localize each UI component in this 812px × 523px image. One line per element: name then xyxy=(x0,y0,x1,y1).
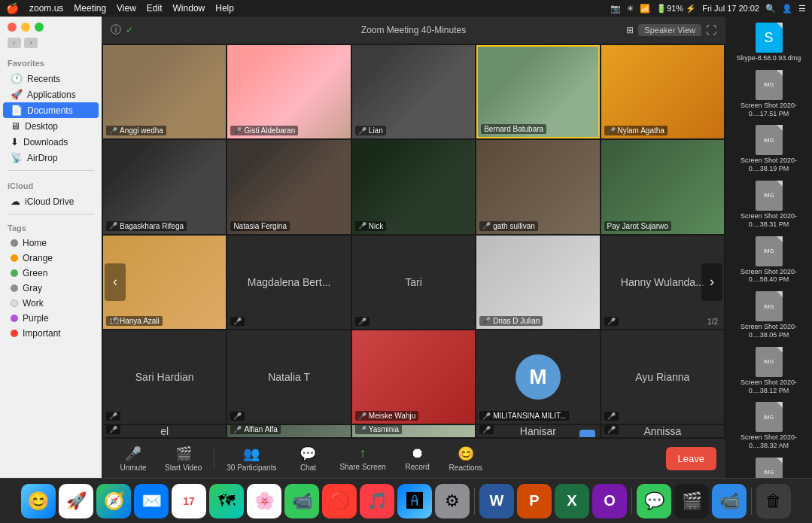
maximize-button[interactable] xyxy=(35,23,44,32)
chat-button[interactable]: 💬 Chat xyxy=(285,442,330,475)
participant-cell-lian: 🎤 Lian xyxy=(352,45,475,138)
dock-appstore[interactable]: 🅰 xyxy=(397,484,432,518)
participant-cell-hanisar: Hanisar ... 🎤 xyxy=(476,425,599,437)
menu-view[interactable]: View xyxy=(117,3,136,14)
sidebar-tag-work[interactable]: Work xyxy=(3,296,99,311)
dock-word[interactable]: W xyxy=(479,484,514,518)
tag-orange-dot xyxy=(11,254,18,262)
desktop-file-ss6[interactable]: IMG Screen Shot 2020-0....38.12 PM xyxy=(727,344,810,398)
participant-cell-ayu: Ayu Rianna 🎤 xyxy=(601,330,724,424)
desktop-file-ss8[interactable]: IMG Screen Shot 2020-0....64.12 AM xyxy=(727,455,810,478)
ss1-icon: IMG xyxy=(756,70,783,100)
sidebar-tag-green[interactable]: Green xyxy=(3,266,99,281)
calendar-icon: 17 xyxy=(183,495,195,507)
sidebar-item-recents[interactable]: 🕐 Recents xyxy=(3,71,99,87)
unmute-button[interactable]: 🎤 Unmute xyxy=(111,442,156,475)
finder-icon: 😊 xyxy=(27,491,50,512)
page-nav-right[interactable]: › xyxy=(701,263,722,301)
dock-excel[interactable]: X xyxy=(555,484,589,518)
desktop-file-ss7[interactable]: IMG Screen Shot 2020-0....38.32 AM xyxy=(727,399,810,453)
music-icon: 🎵 xyxy=(367,491,388,511)
participant-cell-pay: Pay Jarot Sujarwo xyxy=(601,140,724,233)
dock-separator-3 xyxy=(751,488,752,515)
reactions-button[interactable]: 😊 Reactions xyxy=(443,442,488,475)
desktop-file-ss4[interactable]: IMG Screen Shot 2020-0....58.40 PM xyxy=(727,233,810,287)
dock-photos[interactable]: 🌸 xyxy=(247,484,281,518)
desktop-file-skype[interactable]: S Skype-8.58.0.93.dmg xyxy=(727,20,810,65)
dock-facetime[interactable]: 📹 xyxy=(284,484,319,518)
menubar-search-icon[interactable]: 🔍 xyxy=(765,4,776,14)
desktop-file-ss2[interactable]: IMG Screen Shot 2020-0....38.19 PM xyxy=(727,122,810,176)
sidebar-tag-important[interactable]: Important xyxy=(3,326,99,341)
dock-launchpad[interactable]: 🚀 xyxy=(59,484,93,518)
menu-window[interactable]: Window xyxy=(173,3,205,14)
dock-mail[interactable]: ✉️ xyxy=(134,484,169,518)
dock-trash[interactable]: 🗑 xyxy=(756,484,791,518)
forward-arrow[interactable]: › xyxy=(24,38,38,48)
sidebar-item-documents-label: Documents xyxy=(27,105,73,116)
dock-zoom[interactable]: 📹 xyxy=(712,484,747,518)
sidebar-item-applications-label: Applications xyxy=(27,90,76,100)
dock-donotdisturb[interactable]: 🚫 xyxy=(322,484,357,518)
dock-onenote[interactable]: O xyxy=(592,484,627,518)
mute-icon-annissa: 🎤 xyxy=(607,426,616,433)
desktop-file-ss3[interactable]: IMG Screen Shot 2020-0....38.31 PM xyxy=(727,178,810,232)
dock-maps[interactable]: 🗺 xyxy=(209,484,244,518)
zoom-info-icon[interactable]: ⓘ xyxy=(111,23,121,37)
participant-name-annissa: 🎤 xyxy=(604,425,619,434)
dock-calendar[interactable]: 17 xyxy=(172,484,206,518)
tag-purple-dot xyxy=(11,315,18,322)
share-screen-button[interactable]: ↑ Share Screen xyxy=(333,442,391,474)
desktop-file-ss5[interactable]: IMG Screen Shot 2020-0....38.05 PM xyxy=(727,288,810,342)
page-nav-left[interactable]: ‹ xyxy=(105,263,126,301)
menu-help[interactable]: Help xyxy=(215,3,234,14)
sidebar-tag-home[interactable]: Home xyxy=(3,236,99,251)
sidebar-item-downloads[interactable]: ⬇ Downloads xyxy=(3,134,99,150)
close-button[interactable] xyxy=(8,23,17,32)
dock-finder[interactable]: 😊 xyxy=(21,484,56,518)
speaker-view-button[interactable]: Speaker View xyxy=(638,24,701,36)
sidebar-item-airdrop[interactable]: 📡 AirDrop xyxy=(3,150,99,166)
tag-green-dot xyxy=(11,269,18,277)
page-indicator-right: 1/2 xyxy=(707,318,718,326)
record-button[interactable]: ⏺ Record xyxy=(395,442,440,474)
desktop-file-ss1[interactable]: IMG Screen Shot 2020-0....17.51 PM xyxy=(727,67,810,121)
minimize-button[interactable] xyxy=(21,23,30,32)
dock-separator-1 xyxy=(474,488,475,515)
apple-menu[interactable]: 🍎 xyxy=(6,2,19,14)
sidebar-item-icloud[interactable]: ☁ iCloud Drive xyxy=(3,193,99,209)
chat-label: Chat xyxy=(300,464,316,472)
sidebar-tag-gray[interactable]: Gray xyxy=(3,281,99,296)
dock-messages[interactable]: 💬 xyxy=(637,484,671,518)
tag-work-dot xyxy=(11,300,18,307)
participant-cell-alfian: 🎤 Alfian Alfa xyxy=(227,425,350,437)
start-video-button[interactable]: 🎬 Start Video xyxy=(159,442,208,475)
fullscreen-icon[interactable]: ⛶ xyxy=(706,24,716,36)
menubar-user-icon[interactable]: 👤 xyxy=(782,4,792,14)
dock-music[interactable]: 🎵 xyxy=(360,484,394,518)
participant-name-nylam: 🎤 Nylam Agatha xyxy=(604,126,668,135)
participants-button[interactable]: 👥 30 Participants xyxy=(220,442,282,475)
menubar-control-center-icon[interactable]: ☰ xyxy=(798,4,806,14)
sidebar-item-documents[interactable]: 📄 Documents xyxy=(3,102,99,118)
facetime-icon: 📹 xyxy=(292,491,312,511)
sidebar-item-desktop[interactable]: 🖥 Desktop xyxy=(3,118,99,134)
menu-edit[interactable]: Edit xyxy=(147,3,163,14)
sidebar-item-applications[interactable]: 🚀 Applications xyxy=(3,87,99,102)
prefs-icon: ⚙ xyxy=(445,491,460,511)
tag-green-label: Green xyxy=(23,268,47,278)
participant-name-gath: 🎤 gath sullivan xyxy=(479,221,538,231)
sidebar-tag-purple[interactable]: Purple xyxy=(3,311,99,326)
leave-button[interactable]: Leave xyxy=(666,447,716,470)
applications-icon: 🚀 xyxy=(11,89,23,100)
dock-safari[interactable]: 🧭 xyxy=(96,484,131,518)
menu-app[interactable]: zoom.us xyxy=(29,3,63,14)
participant-text-magdalena: Magdalena Bert... xyxy=(248,276,331,288)
back-arrow[interactable]: ‹ xyxy=(8,38,21,48)
finder-sidebar: ‹ › Favorites 🕐 Recents 🚀 Applications 📄… xyxy=(0,17,102,478)
sidebar-tag-orange[interactable]: Orange xyxy=(3,251,99,266)
dock-powerpoint[interactable]: P xyxy=(517,484,552,518)
menu-meeting[interactable]: Meeting xyxy=(74,3,106,14)
dock-fcpx[interactable]: 🎬 xyxy=(674,484,709,518)
dock-prefs[interactable]: ⚙ xyxy=(435,484,470,518)
